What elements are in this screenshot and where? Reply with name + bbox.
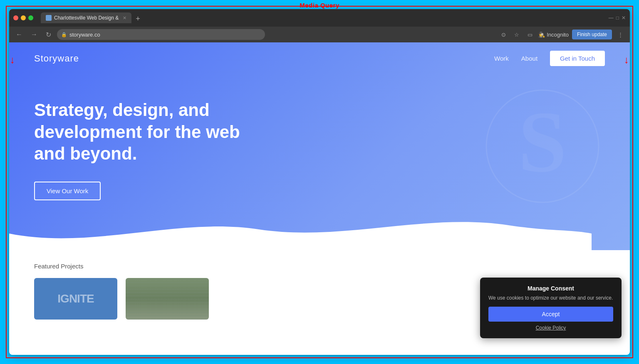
featured-projects-label: Featured Projects	[34, 263, 605, 270]
forward-button[interactable]: →	[28, 29, 40, 40]
browser-toolbar: ← → ↻ 🔒 storyware.co ⊙ ☆ ▭ 🕵 Incognito F…	[9, 27, 630, 42]
back-button[interactable]: ←	[13, 29, 25, 40]
tab-favicon	[46, 15, 52, 21]
cookie-title: Manage Consent	[488, 285, 613, 292]
traffic-lights	[13, 15, 33, 20]
tab-close-button[interactable]: ✕	[123, 15, 126, 21]
maximize-button[interactable]	[28, 15, 33, 20]
project-photo-inner	[126, 278, 209, 320]
minimize-button[interactable]	[21, 15, 26, 20]
site-logo: Storyware	[34, 53, 79, 64]
menu-icon[interactable]: ⋮	[615, 30, 626, 39]
lock-icon: 🔒	[61, 32, 67, 37]
extensions-icon[interactable]: ⊙	[499, 30, 508, 39]
window-close[interactable]: ✕	[622, 15, 626, 21]
active-tab[interactable]: Charlottesville Web Design & ✕	[41, 12, 131, 23]
refresh-button[interactable]: ↻	[43, 29, 54, 40]
arrow-right-indicator: ↓	[624, 54, 629, 66]
cookie-policy-link[interactable]: Cookie Policy	[488, 325, 613, 331]
browser-window: Charlottesville Web Design & ✕ + — □ ✕ ←…	[9, 9, 630, 355]
site-nav: Storyware Work About Get in Touch	[9, 42, 630, 74]
arrow-left-indicator: ↓	[10, 54, 15, 66]
close-button[interactable]	[13, 15, 18, 20]
finish-update-button[interactable]: Finish update	[572, 30, 612, 39]
hero-cta-button[interactable]: View Our Work	[34, 182, 101, 200]
address-bar[interactable]: 🔒 storyware.co	[57, 29, 265, 40]
incognito-text: Incognito	[547, 32, 569, 38]
hero-heading: Strategy, design, and development for th…	[34, 99, 242, 165]
window-restore[interactable]: □	[616, 15, 619, 21]
hero-section: S Storyware Work About Get in Touch Stra…	[9, 42, 630, 250]
cookie-consent-modal: Manage Consent We use cookies to optimiz…	[480, 278, 622, 338]
toolbar-actions: ⊙ ☆ ▭ 🕵 Incognito Finish update ⋮	[499, 30, 626, 39]
incognito-icon: 🕵	[538, 32, 545, 38]
hero-content: Strategy, design, and development for th…	[9, 74, 630, 200]
project-card-ignite[interactable]: IGNITE	[34, 278, 117, 320]
project-card-photo[interactable]	[126, 278, 209, 320]
nav-about[interactable]: About	[521, 55, 537, 62]
cookie-accept-button[interactable]: Accept	[488, 307, 613, 322]
incognito-label: 🕵 Incognito	[538, 32, 569, 38]
sidebar-icon[interactable]: ▭	[525, 30, 535, 39]
cookie-text: We use cookies to optimize our website a…	[488, 295, 613, 301]
tab-area: Charlottesville Web Design & ✕ +	[41, 12, 605, 23]
nav-cta-button[interactable]: Get in Touch	[550, 51, 605, 66]
media-query-label: Media Query	[300, 0, 339, 10]
window-minimize[interactable]: —	[609, 15, 614, 21]
bookmark-icon[interactable]: ☆	[512, 30, 522, 39]
browser-titlebar: Charlottesville Web Design & ✕ + — □ ✕	[9, 9, 630, 27]
new-tab-button[interactable]: +	[132, 15, 144, 23]
project-ignite-text: IGNITE	[57, 292, 94, 305]
nav-links: Work About Get in Touch	[494, 51, 605, 66]
tab-title: Charlottesville Web Design &	[54, 15, 119, 21]
website-content: S Storyware Work About Get in Touch Stra…	[9, 42, 630, 355]
wave-divider	[9, 209, 592, 250]
url-text: storyware.co	[69, 32, 100, 38]
nav-work[interactable]: Work	[494, 55, 509, 62]
